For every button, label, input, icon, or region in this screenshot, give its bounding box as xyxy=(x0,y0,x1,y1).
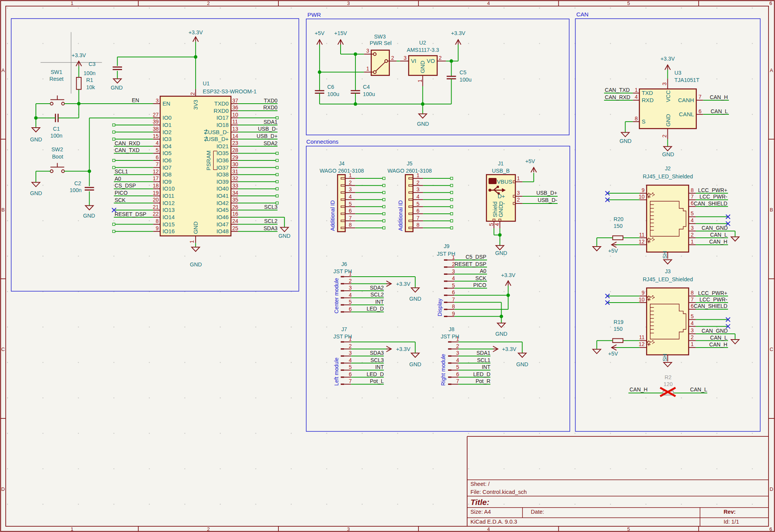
svg-text:100u: 100u xyxy=(460,77,472,83)
svg-text:J9: J9 xyxy=(444,243,450,249)
svg-text:LCC_PWR-: LCC_PWR- xyxy=(699,194,727,200)
svg-text:RXD0: RXD0 xyxy=(263,104,278,111)
svg-text:CAN_L: CAN_L xyxy=(710,335,727,341)
svg-text:SDA1: SDA1 xyxy=(476,350,490,356)
svg-text:150: 150 xyxy=(614,326,623,332)
svg-text:22: 22 xyxy=(153,211,159,217)
svg-text:CAN: CAN xyxy=(576,11,588,18)
svg-text:CAN_H: CAN_H xyxy=(709,341,727,348)
svg-text:5: 5 xyxy=(627,0,630,6)
svg-text:19: 19 xyxy=(153,190,159,196)
svg-text:+3.3V: +3.3V xyxy=(502,346,516,352)
svg-text:1: 1 xyxy=(691,341,694,347)
svg-text:100n: 100n xyxy=(69,187,82,193)
svg-text:LCC_PWR-: LCC_PWR- xyxy=(699,296,727,303)
svg-text:CAN_RXD: CAN_RXD xyxy=(605,94,630,100)
svg-text:3: 3 xyxy=(156,98,159,104)
svg-text:3: 3 xyxy=(349,350,352,356)
svg-text:+3.3V: +3.3V xyxy=(72,52,86,58)
svg-text:C1: C1 xyxy=(53,126,60,132)
svg-text:CAN_TXD: CAN_TXD xyxy=(114,147,139,153)
svg-text:D: D xyxy=(770,486,773,492)
svg-text:RESET_DSP: RESET_DSP xyxy=(114,211,146,217)
svg-text:C4: C4 xyxy=(363,84,370,90)
svg-text:LED_D: LED_D xyxy=(367,306,384,312)
svg-text:J3: J3 xyxy=(665,268,671,274)
svg-text:Additional ID: Additional ID xyxy=(397,200,404,231)
svg-text:GND: GND xyxy=(83,213,95,219)
svg-text:21: 21 xyxy=(153,204,159,210)
svg-text:11: 11 xyxy=(639,334,645,340)
svg-text:+15V: +15V xyxy=(334,30,347,36)
svg-text:2: 2 xyxy=(207,526,210,532)
svg-text:VO: VO xyxy=(427,58,435,64)
svg-text:8: 8 xyxy=(452,303,455,309)
svg-text:IO5: IO5 xyxy=(162,150,172,156)
svg-text:2: 2 xyxy=(349,278,352,284)
svg-text:6: 6 xyxy=(349,208,352,214)
svg-text:2: 2 xyxy=(349,343,352,349)
svg-text:PSRAM: PSRAM xyxy=(206,151,212,171)
svg-text:5: 5 xyxy=(349,299,352,305)
svg-text:5: 5 xyxy=(416,201,420,207)
svg-text:8: 8 xyxy=(156,218,159,224)
svg-text:CAN_H: CAN_H xyxy=(710,94,728,100)
svg-text:U3: U3 xyxy=(674,70,681,76)
svg-text:C5: C5 xyxy=(460,69,466,75)
svg-text:2: 2 xyxy=(391,55,394,61)
svg-text:3: 3 xyxy=(347,526,350,532)
svg-text:150: 150 xyxy=(614,223,623,229)
svg-text:13: 13 xyxy=(232,126,238,132)
svg-text:IO47: IO47 xyxy=(216,221,228,228)
svg-text:VCC: VCC xyxy=(665,90,671,102)
svg-text:SCL1: SCL1 xyxy=(477,357,490,363)
svg-text:J8: J8 xyxy=(449,326,454,332)
svg-text:TXD0: TXD0 xyxy=(264,98,278,104)
svg-text:USB_D+: USB_D+ xyxy=(257,133,278,139)
svg-text:SCL3: SCL3 xyxy=(370,357,384,363)
svg-text:18: 18 xyxy=(153,183,159,189)
svg-text:PWR Sel: PWR Sel xyxy=(370,40,392,46)
svg-text:CAN_H: CAN_H xyxy=(709,239,727,245)
svg-text:C: C xyxy=(1,346,5,352)
svg-text:RXD: RXD xyxy=(642,97,653,103)
svg-text:SCL2: SCL2 xyxy=(370,292,384,298)
svg-text:S: S xyxy=(642,119,645,125)
svg-text:SW3: SW3 xyxy=(374,34,386,40)
svg-text:100u: 100u xyxy=(363,91,375,97)
svg-text:R20: R20 xyxy=(614,216,624,222)
svg-text:7: 7 xyxy=(456,378,459,384)
svg-text:3: 3 xyxy=(452,268,455,274)
svg-text:6: 6 xyxy=(691,200,694,206)
svg-text:GND: GND xyxy=(30,136,42,143)
svg-text:+5V: +5V xyxy=(525,158,535,164)
svg-text:1: 1 xyxy=(349,172,352,178)
svg-text:RXD0: RXD0 xyxy=(214,108,228,114)
svg-text:5: 5 xyxy=(452,282,455,288)
svg-text:3: 3 xyxy=(404,55,407,61)
svg-text:IO46: IO46 xyxy=(216,214,228,220)
svg-text:39: 39 xyxy=(153,119,159,125)
svg-text:USB_B: USB_B xyxy=(492,168,510,174)
svg-text:+3.3V: +3.3V xyxy=(451,30,466,36)
svg-text:C3: C3 xyxy=(88,61,95,67)
svg-text:IO8: IO8 xyxy=(162,171,172,178)
svg-text:SW1: SW1 xyxy=(51,69,63,75)
svg-text:6: 6 xyxy=(691,303,694,309)
svg-text:SDA2: SDA2 xyxy=(370,285,384,291)
svg-text:8: 8 xyxy=(349,222,352,228)
svg-text:SCK: SCK xyxy=(114,197,125,203)
svg-text:IO15: IO15 xyxy=(162,221,175,228)
svg-text:7: 7 xyxy=(416,215,420,221)
svg-text:GND: GND xyxy=(495,331,508,337)
svg-text:1: 1 xyxy=(691,239,694,245)
svg-text:+3.3V: +3.3V xyxy=(396,281,411,287)
svg-text:9: 9 xyxy=(156,225,159,231)
svg-text:Additional ID: Additional ID xyxy=(330,200,336,231)
svg-text:CAN_SHIELD: CAN_SHIELD xyxy=(694,303,727,309)
svg-text:IO40: IO40 xyxy=(216,186,228,192)
svg-text:1: 1 xyxy=(452,254,455,260)
svg-text:31: 31 xyxy=(232,168,238,175)
svg-text:LCC_PWR+: LCC_PWR+ xyxy=(698,187,727,193)
svg-text:1: 1 xyxy=(366,66,369,72)
